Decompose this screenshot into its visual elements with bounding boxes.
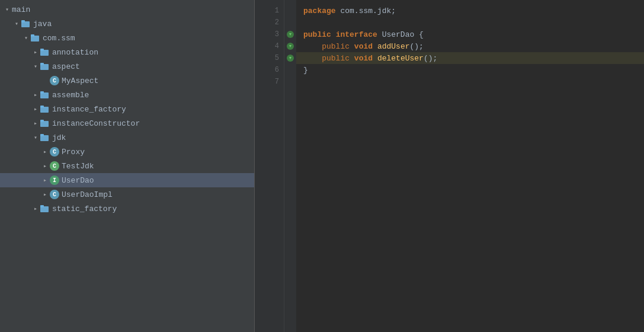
line-num-5: 5 bbox=[255, 52, 284, 64]
chevron-comssm bbox=[21, 34, 31, 42]
label-instanceconstructor: instanceConstructor bbox=[52, 119, 140, 128]
label-main: main bbox=[12, 5, 30, 14]
line-num-1: 1 bbox=[255, 5, 284, 17]
code-line-3: public interface UserDao { bbox=[296, 28, 644, 40]
token-semi-1: ; bbox=[391, 7, 396, 15]
gutter-3 bbox=[284, 28, 296, 40]
code-content: package com.ssm.jdk ; public interface U… bbox=[296, 0, 644, 332]
token-adduser: addUser bbox=[377, 42, 410, 51]
code-line-4: public void addUser (); bbox=[296, 40, 644, 52]
token-package: package bbox=[303, 7, 336, 15]
file-tree[interactable]: main java com.ssm bbox=[0, 0, 255, 332]
line-num-7: 7 bbox=[255, 76, 284, 88]
folder-icon-aspect bbox=[40, 62, 50, 71]
line-numbers: 1 2 3 4 5 6 7 bbox=[255, 0, 284, 332]
tree-item-assemble[interactable]: assemble bbox=[0, 88, 254, 102]
chevron-userdaoimpl bbox=[40, 191, 50, 198]
chevron-static-factory bbox=[31, 205, 40, 212]
tree-item-instance-factory[interactable]: instance_factory bbox=[0, 102, 254, 116]
gutter-2 bbox=[284, 17, 296, 28]
gutter-7 bbox=[284, 76, 296, 88]
badge-proxy: C bbox=[50, 147, 59, 157]
code-line-7 bbox=[296, 76, 644, 88]
chevron-jdk bbox=[31, 134, 40, 141]
tree-item-myaspect[interactable]: C MyAspect bbox=[0, 74, 254, 88]
token-pkg-name: com.ssm.jdk bbox=[340, 7, 391, 15]
label-comssm: com.ssm bbox=[43, 34, 75, 43]
chevron-assemble bbox=[31, 91, 40, 98]
line-num-4: 4 bbox=[255, 40, 284, 52]
chevron-proxy bbox=[40, 148, 50, 155]
code-line-6: } bbox=[296, 64, 644, 76]
chevron-instance-factory bbox=[31, 106, 40, 113]
folder-icon-instanceconstructor bbox=[40, 119, 50, 127]
folder-icon-java bbox=[21, 20, 31, 28]
token-public-1: public bbox=[303, 30, 331, 39]
chevron-instanceconstructor bbox=[31, 120, 40, 127]
marker-icon-5 bbox=[286, 54, 294, 62]
tree-item-annotation[interactable]: annotation bbox=[0, 45, 254, 59]
svg-rect-15 bbox=[40, 134, 44, 136]
svg-rect-3 bbox=[31, 34, 34, 37]
token-void-2: void bbox=[354, 54, 373, 63]
tree-item-instanceconstructor[interactable]: instanceConstructor bbox=[0, 116, 254, 130]
svg-rect-7 bbox=[40, 63, 44, 65]
svg-rect-11 bbox=[40, 106, 44, 108]
svg-rect-5 bbox=[40, 49, 44, 51]
label-myaspect: MyAspect bbox=[62, 76, 98, 85]
code-area: 1 2 3 4 5 6 7 bbox=[255, 0, 644, 332]
svg-rect-17 bbox=[40, 205, 44, 208]
token-public-2: public bbox=[322, 42, 350, 51]
code-editor: 1 2 3 4 5 6 7 bbox=[255, 0, 644, 332]
chevron-aspect bbox=[31, 63, 40, 70]
tree-item-userdao[interactable]: I UserDao bbox=[0, 173, 254, 187]
folder-icon-jdk bbox=[40, 133, 50, 142]
label-testjdk: TestJdk bbox=[62, 162, 94, 171]
chevron-userdao bbox=[40, 177, 50, 184]
badge-testjdk: C bbox=[50, 161, 59, 171]
tree-item-testjdk[interactable]: C TestJdk bbox=[0, 159, 254, 173]
code-gutter bbox=[284, 0, 296, 332]
badge-userdaoimpl: C bbox=[50, 190, 59, 199]
tree-item-aspect[interactable]: aspect bbox=[0, 59, 254, 74]
gutter-4 bbox=[284, 40, 296, 52]
code-line-2 bbox=[296, 17, 644, 28]
line-num-2: 2 bbox=[255, 17, 284, 28]
label-userdao: UserDao bbox=[62, 176, 94, 185]
chevron-main bbox=[2, 6, 12, 13]
line-num-3: 3 bbox=[255, 28, 284, 40]
label-annotation: annotation bbox=[52, 48, 98, 57]
chevron-java bbox=[12, 20, 21, 27]
folder-icon-comssm bbox=[31, 34, 40, 42]
svg-rect-1 bbox=[21, 20, 25, 23]
chevron-testjdk bbox=[40, 162, 50, 170]
folder-icon-static-factory bbox=[40, 205, 50, 213]
tree-item-userdaoimpl[interactable]: C UserDaoImpl bbox=[0, 187, 254, 202]
label-proxy: Proxy bbox=[62, 148, 85, 157]
gutter-5 bbox=[284, 52, 296, 64]
gutter-1 bbox=[284, 5, 296, 17]
marker-icon-3 bbox=[286, 30, 294, 39]
marker-icon-4 bbox=[286, 42, 294, 50]
label-jdk: jdk bbox=[52, 133, 66, 142]
label-assemble: assemble bbox=[52, 91, 89, 100]
token-parens-1: (); bbox=[409, 42, 423, 51]
tree-item-jdk[interactable]: jdk bbox=[0, 130, 254, 145]
label-aspect: aspect bbox=[52, 62, 80, 71]
token-brace-open: { bbox=[419, 30, 424, 39]
tree-item-java[interactable]: java bbox=[0, 17, 254, 31]
tree-item-proxy[interactable]: C Proxy bbox=[0, 145, 254, 159]
code-line-5: public void deleteUser (); bbox=[296, 52, 644, 64]
badge-myaspect: C bbox=[50, 76, 59, 85]
token-public-3: public bbox=[322, 54, 350, 63]
folder-icon-instance-factory bbox=[40, 105, 50, 113]
label-java: java bbox=[33, 20, 52, 28]
tree-item-main[interactable]: main bbox=[0, 2, 254, 17]
token-parens-2: (); bbox=[424, 54, 437, 63]
label-userdaoimpl: UserDaoImpl bbox=[62, 190, 113, 199]
tree-item-comssm[interactable]: com.ssm bbox=[0, 31, 254, 45]
tree-item-static-factory[interactable]: static_factory bbox=[0, 202, 254, 216]
gutter-6 bbox=[284, 64, 296, 76]
folder-icon-annotation bbox=[40, 48, 50, 56]
token-deleteuser: deleteUser bbox=[377, 54, 424, 63]
